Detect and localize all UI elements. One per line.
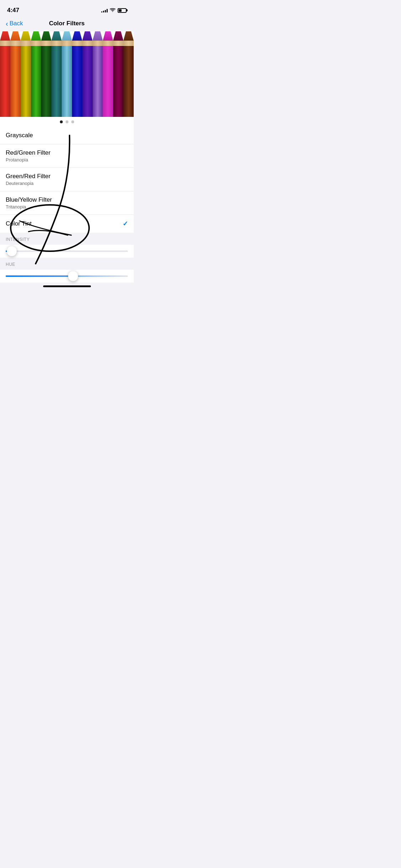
dot-2[interactable] (66, 120, 68, 123)
filter-red-green-subtitle: Protanopia (6, 157, 51, 162)
wifi-icon (110, 8, 115, 12)
filter-green-red-subtitle: Deuteranopia (6, 181, 51, 186)
pencil-9 (82, 31, 93, 117)
status-bar: 4:47 (0, 0, 134, 16)
status-time: 4:47 (7, 7, 19, 14)
home-bar (43, 285, 91, 287)
pencil-3 (21, 31, 31, 117)
hue-track[interactable] (6, 275, 128, 277)
pencil-11 (103, 31, 113, 117)
intensity-label: INTENSITY (0, 233, 134, 245)
filter-blue-yellow-subtitle: Tritanopia (6, 204, 52, 210)
pencil-4 (31, 31, 41, 117)
intensity-track[interactable] (6, 250, 128, 252)
back-label: Back (10, 20, 23, 27)
battery-icon (118, 8, 127, 13)
nav-bar: ‹ Back Color Filters (0, 16, 134, 31)
filter-red-green[interactable]: Red/Green Filter Protanopia (0, 144, 134, 168)
pencil-5 (41, 31, 51, 117)
filter-blue-yellow-title: Blue/Yellow Filter (6, 196, 52, 203)
hue-slider-row (0, 270, 134, 283)
signal-icon (101, 8, 108, 12)
filter-blue-yellow[interactable]: Blue/Yellow Filter Tritanopia (0, 191, 134, 215)
filter-list: Grayscale Red/Green Filter Protanopia Gr… (0, 127, 134, 233)
filter-color-tint-title: Color Tint (6, 220, 32, 227)
hue-label: HUE (0, 258, 134, 270)
filter-grayscale-title: Grayscale (6, 132, 33, 139)
filter-green-red[interactable]: Green/Red Filter Deuteranopia (0, 168, 134, 191)
pencil-1 (0, 31, 10, 117)
back-button[interactable]: ‹ Back (6, 20, 23, 27)
back-chevron-icon: ‹ (6, 20, 8, 27)
pencil-12 (113, 31, 123, 117)
hue-section: HUE (0, 258, 134, 283)
pencils-row (0, 31, 134, 117)
hue-fill (6, 275, 73, 277)
checkmark-icon: ✓ (123, 220, 128, 228)
dot-1[interactable] (60, 120, 63, 123)
pencil-8 (72, 31, 82, 117)
status-icons (101, 8, 127, 13)
page-title: Color Filters (49, 20, 84, 27)
pencil-13 (123, 31, 134, 117)
dot-3[interactable] (71, 120, 74, 123)
filter-green-red-title: Green/Red Filter (6, 173, 51, 180)
pencil-10 (93, 31, 103, 117)
pencil-6 (51, 31, 62, 117)
pencil-7 (62, 31, 72, 117)
intensity-section: INTENSITY (0, 233, 134, 258)
filter-color-tint[interactable]: Color Tint ✓ (0, 215, 134, 233)
filter-grayscale[interactable]: Grayscale (0, 127, 134, 144)
pagination-dots (0, 117, 134, 127)
pencil-2 (10, 31, 21, 117)
intensity-thumb[interactable] (7, 246, 17, 256)
home-indicator (0, 283, 134, 290)
intensity-slider-row (0, 245, 134, 258)
filter-red-green-title: Red/Green Filter (6, 149, 51, 156)
hue-thumb[interactable] (68, 271, 78, 281)
pencil-image (0, 31, 134, 117)
